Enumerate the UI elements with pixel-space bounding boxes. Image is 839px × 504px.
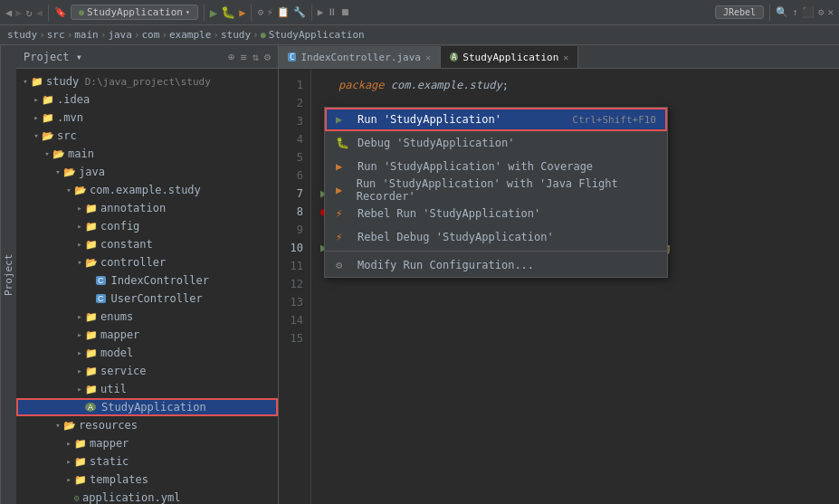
line-10: 10 (279, 239, 303, 257)
folder-icon-static: 📁 (74, 456, 87, 468)
tree-item-enums[interactable]: ▸ 📁 enums (16, 308, 278, 326)
tree-item-static[interactable]: ▸ 📁 static (16, 452, 278, 471)
tree-item-resources[interactable]: ▾ 📂 resources (16, 416, 278, 434)
tree-item-util[interactable]: ▸ 📁 util (16, 380, 278, 398)
ctx-run-jfr[interactable]: ▶ Run 'StudyApplication' with 'Java Flig… (325, 178, 667, 202)
tree-item-java[interactable]: ▾ 📂 java (16, 163, 278, 181)
toolbar-icon-6[interactable]: ⏸ (327, 6, 337, 18)
label-service: service (100, 365, 147, 377)
coverage-button[interactable]: ▶ (239, 6, 245, 19)
tab-study-app[interactable]: A StudyApplication ✕ (441, 46, 578, 68)
bread-study[interactable]: study (7, 29, 37, 41)
tree-item-mvn[interactable]: ▸ 📁 .mvn (16, 109, 278, 127)
toolbar-icon-1[interactable]: ⚙ (257, 6, 263, 18)
arrow-main: ▾ (42, 149, 52, 158)
folder-icon-study: 📁 (31, 76, 43, 88)
toolbar-icon-5[interactable]: ▶ (318, 6, 324, 18)
bread-com[interactable]: com (142, 29, 160, 41)
bread-studyapp[interactable]: StudyApplication (269, 29, 365, 41)
code-line-14 (320, 311, 839, 329)
line-14: 14 (279, 311, 303, 329)
toolbar-icon-4[interactable]: 🔧 (293, 6, 306, 18)
tree-item-com-example[interactable]: ▾ 📂 com.example.study (16, 181, 278, 199)
back2-icon[interactable]: ◀ (36, 6, 43, 19)
project-tab[interactable]: Project (0, 45, 16, 504)
tree-item-templates[interactable]: ▸ 📁 templates (16, 471, 278, 489)
settings-icon[interactable]: ⚙ (818, 6, 825, 18)
tree-item-study-root[interactable]: ▾ 📁 study D:\java_project\study (16, 72, 278, 90)
label-util: util (100, 383, 127, 395)
tree-item-user-controller[interactable]: C UserController (16, 290, 278, 308)
ctx-run-shortcut: Ctrl+Shift+F10 (572, 114, 656, 126)
forward-icon[interactable]: ▶ (15, 6, 22, 19)
label-com: com.example.study (90, 184, 201, 196)
bread-main[interactable]: main (74, 29, 99, 41)
debug-button[interactable]: 🐛 (221, 5, 235, 19)
label-model: model (100, 347, 133, 359)
label-index-controller: IndexController (111, 274, 209, 287)
yaml-icon: ⚙ (74, 493, 80, 503)
tree-item-constant[interactable]: ▸ 📁 constant (16, 235, 278, 253)
tree-action-sort[interactable]: ⇅ (253, 51, 259, 63)
tree-item-annotation[interactable]: ▸ 📁 annotation (16, 199, 278, 217)
vcs-icon[interactable]: ↑ (792, 6, 798, 18)
toolbar-icon-7[interactable]: ⏹ (340, 6, 350, 18)
app-name-badge[interactable]: ● StudyApplication ▾ (71, 5, 198, 20)
back-icon[interactable]: ◀ (5, 6, 12, 19)
line-3: 3 (279, 112, 303, 130)
arrow-templates: ▸ (63, 475, 74, 484)
search-icon[interactable]: 🔍 (776, 6, 788, 18)
line-13: 13 (279, 293, 303, 311)
folder-icon-constant: 📁 (85, 239, 98, 251)
tree-item-idea[interactable]: ▸ 📁 .idea (16, 90, 278, 109)
bread-study2[interactable]: study (221, 29, 251, 41)
tree-action-globe[interactable]: ⊕ (228, 51, 234, 63)
tree-item-mapper[interactable]: ▸ 📁 mapper (16, 326, 278, 344)
bookmark-icon[interactable]: 🔖 (54, 6, 67, 18)
ctx-debug[interactable]: 🐛 Debug 'StudyApplication' (325, 131, 667, 155)
close-icon[interactable]: ✕ (827, 6, 834, 18)
tree-item-src[interactable]: ▾ 📂 src (16, 127, 278, 145)
tree-item-controller[interactable]: ▾ 📂 controller (16, 253, 278, 271)
tree-item-main[interactable]: ▾ 📂 main (16, 145, 278, 163)
label-main: main (68, 147, 94, 160)
ctx-run[interactable]: ▶ Run 'StudyApplication' Ctrl+Shift+F10 (325, 108, 667, 131)
tree-item-index-controller[interactable]: C IndexController (16, 271, 278, 290)
ctx-rebel-debug[interactable]: ⚡ Rebel Debug 'StudyApplication' (325, 225, 667, 249)
bread-example[interactable]: example (169, 29, 211, 41)
folder-icon-controller: 📂 (85, 257, 98, 269)
toolbar-icon-3[interactable]: 📋 (277, 6, 290, 18)
line-4: 4 (279, 130, 303, 148)
refresh-icon[interactable]: ↻ (25, 6, 32, 19)
toolbar-icon-2[interactable]: ⚡ (267, 6, 273, 18)
coverage-ctx-icon: ▶ (336, 160, 350, 173)
arrow-controller: ▾ (74, 258, 85, 267)
tree-item-model[interactable]: ▸ 📁 model (16, 344, 278, 362)
label-appyml: application.yml (82, 491, 180, 504)
tree-action-gear[interactable]: ⚙ (264, 51, 271, 63)
arrow-resources: ▾ (52, 421, 63, 430)
tab-close-index[interactable]: ✕ (425, 52, 431, 62)
ctx-rebel-debug-label: Rebel Debug 'StudyApplication' (358, 231, 554, 243)
ctx-run-coverage[interactable]: ▶ Run 'StudyApplication' with Coverage (325, 155, 667, 178)
ctx-run-label: Run 'StudyApplication' (358, 113, 501, 126)
folder-icon-com: 📂 (74, 185, 87, 196)
tree-item-config[interactable]: ▸ 📁 config (16, 217, 278, 235)
bread-src[interactable]: src (47, 29, 65, 41)
ctx-modify-run[interactable]: ⚙ Modify Run Configuration... (325, 253, 667, 277)
tab-index-controller[interactable]: C IndexController.java ✕ (279, 46, 441, 68)
tab-close-app[interactable]: ✕ (563, 52, 568, 62)
bread-java[interactable]: java (108, 29, 132, 41)
file-tree-panel: Project ▾ ⊕ ≡ ⇅ ⚙ ▾ 📁 study D:\java_proj… (16, 45, 279, 504)
tree-item-mapper-res[interactable]: ▸ 📁 mapper (16, 434, 278, 452)
terminal-icon[interactable]: ⬛ (802, 6, 815, 18)
context-menu: ▶ Run 'StudyApplication' Ctrl+Shift+F10 … (324, 107, 668, 278)
tree-item-appyml[interactable]: ⚙ application.yml (16, 489, 278, 504)
tree-item-studyapp[interactable]: A StudyApplication (16, 398, 278, 416)
ctx-rebel-run[interactable]: ⚡ Rebel Run 'StudyApplication' (325, 202, 667, 225)
tree-item-service[interactable]: ▸ 📁 service (16, 362, 278, 380)
label-studyapp: StudyApplication (101, 401, 206, 414)
tree-action-list[interactable]: ≡ (240, 51, 246, 63)
app-dropdown-icon[interactable]: ▾ (186, 8, 190, 16)
run-button[interactable]: ▶ (210, 5, 217, 20)
